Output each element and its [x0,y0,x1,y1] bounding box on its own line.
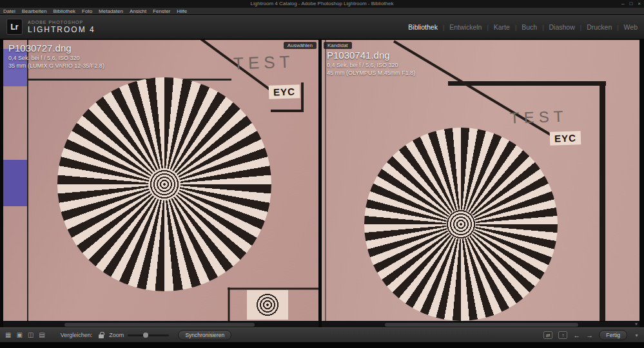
module-picker: Bibliothek Entwickeln Karte Buch Diashow… [408,23,638,31]
window-controls: – □ × [621,0,641,8]
scrollbar-thumb[interactable] [385,323,578,327]
select-pane: TEST EYC P1030727.dng 0,4 Sek. bei f / 5… [3,40,318,327]
star-center-rings [446,209,476,239]
candidate-pane: TEST EYC Kandidat P1030741.dng 0,4 Sek. … [322,40,639,327]
module-drucken[interactable]: Drucken [575,23,612,31]
maximize-icon[interactable]: □ [629,0,632,8]
zoom-label: Zoom [109,332,124,338]
scrollbar-thumb[interactable] [64,323,255,327]
chart-frame-line [325,40,326,321]
chart-purple-patch [3,160,27,206]
lightroom-logo: Lr [6,19,23,35]
view-mode-group: ▦ ▣ ◫ ▤ [5,332,45,338]
swap-icon[interactable]: ⇄ [543,331,552,339]
bullseye-target [256,293,279,316]
menu-item-metadaten[interactable]: Metadaten [99,8,123,14]
menubar: Datei Bearbeiten Bibliothek Foto Metadat… [0,8,644,15]
loupe-view-icon[interactable]: ▣ [16,332,22,338]
compare-label: Vergleichen: [61,332,93,338]
filename: P1030741.dng [327,50,415,61]
scroll-down-icon[interactable]: ▼ [634,322,638,326]
next-photo-icon[interactable]: → [586,331,593,339]
select-horizontal-scrollbar[interactable] [3,321,318,327]
chart-frame-line [28,79,231,81]
minimize-icon[interactable]: – [621,0,624,8]
done-button[interactable]: Fertig [599,330,627,340]
identity-plate: ADOBE PHOTOSHOP LIGHTROOM 4 [28,20,95,34]
module-diashow[interactable]: Diashow [537,23,575,31]
module-buch[interactable]: Buch [510,23,537,31]
photo-info-overlay: P1030741.dng 0,4 Sek. bei f / 5,6, ISO 3… [327,50,415,76]
lens-info: 35 mm (LUMIX G VARIO 12-35/F2.8) [8,63,104,69]
exposure-info: 0,4 Sek. bei f / 5,6, ISO 320 [327,62,415,68]
previous-photo-icon[interactable]: ← [573,331,580,339]
menu-item-bibliothek[interactable]: Bibliothek [53,8,75,14]
brand-bottom: LIGHTROOM 4 [28,25,95,34]
menu-item-foto[interactable]: Foto [82,8,92,14]
make-select-icon[interactable]: ↑ [558,331,567,339]
compare-view: TEST EYC P1030727.dng 0,4 Sek. bei f / 5… [0,39,644,327]
chart-eyc-label: EYC [269,84,300,99]
chart-bullseye-box [247,290,288,320]
chart-test-text: TEST [233,52,294,73]
toolbar-options-chevron-icon[interactable]: ▼ [634,333,639,338]
zoom-lock-icon[interactable] [99,334,104,338]
candidate-horizontal-scrollbar[interactable]: ▼ [322,321,639,327]
photo-info-overlay: P1030727.dng 0,4 Sek. bei f / 5,6, ISO 3… [8,43,104,69]
menu-item-datei[interactable]: Datei [3,8,15,14]
candidate-badge: Kandidat [324,42,352,49]
toolbar: ▦ ▣ ◫ ▤ Vergleichen: Zoom Synchronisiere… [0,327,644,342]
window-title: Lightroom 4 Catalog - Adobe Photoshop Li… [251,1,394,6]
chart-test-text: TEST [510,107,568,127]
zoom-slider[interactable] [128,334,169,336]
chart-frame-line [27,40,28,321]
zoom-slider-knob[interactable] [143,333,148,338]
compare-view-icon[interactable]: ◫ [28,332,34,338]
brand-top: ADOBE PHOTOSHOP [28,20,95,24]
menu-item-ansicht[interactable]: Ansicht [130,8,146,14]
close-icon[interactable]: × [638,0,641,8]
select-photo[interactable]: TEST EYC P1030727.dng 0,4 Sek. bei f / 5… [3,40,318,321]
lens-info: 45 mm (OLYMPUS M.45mm F1.8) [327,70,415,76]
module-entwickeln[interactable]: Entwickeln [438,23,482,31]
filename: P1030727.dng [8,43,104,53]
menu-item-bearbeiten[interactable]: Bearbeiten [22,8,47,14]
header-bar: Lr ADOBE PHOTOSHOP LIGHTROOM 4 Bibliothe… [0,15,644,39]
module-bibliothek[interactable]: Bibliothek [408,23,438,31]
toolbar-right-group: ⇄ ↑ ← → Fertig ▼ [543,330,639,340]
chart-frame-bar [448,81,606,86]
select-badge: Auswählen [284,42,317,49]
candidate-photo[interactable]: TEST EYC Kandidat P1030741.dng 0,4 Sek. … [322,40,639,321]
menu-item-hilfe[interactable]: Hilfe [177,8,187,14]
module-web[interactable]: Web [612,23,638,31]
window-bottom-edge [0,342,644,348]
window-titlebar: Lightroom 4 Catalog - Adobe Photoshop Li… [0,0,644,8]
chart-eyc-label: EYC [550,131,581,146]
exposure-info: 0,4 Sek. bei f / 5,6, ISO 320 [8,55,104,61]
chart-frame-bar [600,81,605,321]
survey-view-icon[interactable]: ▤ [39,332,44,338]
star-center-rings [148,168,181,200]
module-karte[interactable]: Karte [482,23,509,31]
sync-button[interactable]: Synchronisieren [178,330,231,340]
menu-item-fenster[interactable]: Fenster [153,8,170,14]
grid-view-icon[interactable]: ▦ [5,332,11,338]
lightroom-window: Lightroom 4 Catalog - Adobe Photoshop Li… [0,0,644,348]
